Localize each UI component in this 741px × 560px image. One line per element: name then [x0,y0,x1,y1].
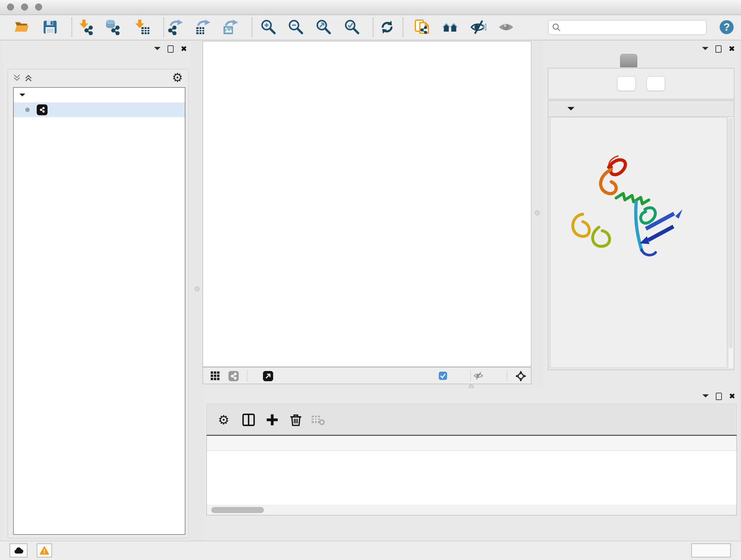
import-network-database-button[interactable] [105,19,122,36]
external-arrow-icon [263,371,273,381]
network-share-badge [37,105,48,115]
table-horizontal-scrollbar[interactable] [207,505,737,515]
crosshair-icon [515,370,527,382]
share-icon [38,106,46,114]
gene-section-header[interactable] [548,101,734,117]
string-tab-label[interactable] [620,54,637,67]
copy-documents-icon [414,19,430,35]
status-bar [0,541,741,560]
search-input[interactable] [561,21,706,34]
show-columns-button[interactable] [241,412,257,428]
collapse-all-icon[interactable] [12,73,21,82]
panel-menu-icon[interactable] [702,394,709,401]
network-collection-row[interactable] [14,88,185,103]
export-table-button[interactable] [195,19,212,36]
zoom-selected-button[interactable] [343,19,360,36]
results-actions [548,68,734,99]
table-toolbar: ⚙ [206,404,737,435]
import-network-icon [78,19,94,35]
cloud-button[interactable] [10,543,27,557]
export-network-icon [168,19,184,35]
clone-network-button[interactable] [414,19,430,36]
collapse-all-button[interactable] [647,76,665,91]
warning-button[interactable] [37,543,52,557]
table-panel-header: ✖ [204,388,739,402]
delete-column-button[interactable] [288,412,304,428]
panel-float-icon[interactable] [716,393,722,400]
add-column-button[interactable] [264,412,280,428]
scrollbar-thumb[interactable] [211,507,264,513]
panel-close-icon[interactable]: ✖ [729,45,735,52]
network-row[interactable] [14,103,185,117]
save-floppy-icon [42,19,58,35]
network-list [13,87,185,535]
import-network-file-button[interactable] [78,19,95,36]
selected-checkbox[interactable] [439,372,447,381]
panel-close-icon[interactable]: ✖ [729,393,735,400]
network-badge-button[interactable] [228,371,239,382]
toolbar-separator [373,17,374,37]
panel-float-icon[interactable] [716,45,722,53]
save-session-button[interactable] [42,19,58,36]
network-canvas[interactable] [203,41,531,367]
expand-all-button[interactable] [617,76,636,91]
eye-slash-icon [470,19,486,35]
control-panel-header: ✖ [3,41,191,55]
zoom-fit-content-button[interactable] [315,19,332,36]
window-minimize-button[interactable] [21,3,28,10]
tab-string[interactable] [620,54,638,67]
zoom-selected-icon [344,19,360,35]
gene-section [548,100,734,370]
export-network-button[interactable] [167,19,184,36]
panel-menu-icon[interactable] [702,47,709,53]
hide-graphics-details-button[interactable] [470,19,487,36]
gear-icon[interactable]: ⚙ [172,71,183,84]
right-splitter-handle[interactable] [535,210,540,215]
zoom-in-button[interactable] [260,19,276,36]
window-zoom-button[interactable] [35,3,42,10]
table-settings-button[interactable]: ⚙ [216,412,232,428]
toolbar-separator [163,17,164,37]
import-table-button[interactable] [134,19,151,36]
export-image-button[interactable] [223,19,239,36]
toolbar-separator [252,17,253,37]
houses-icon [442,19,458,35]
cytoscape-window: { "window": { "title": "Session: New Ses… [0,0,741,560]
open-session-button[interactable] [13,19,30,36]
search-field[interactable] [548,20,706,35]
fit-selected-button[interactable] [515,370,527,383]
toolbar-separator [71,17,72,37]
left-splitter-handle[interactable] [195,287,199,291]
network-manager-header: ⚙ [8,69,189,86]
refresh-icon [379,19,395,35]
grid-view-button[interactable] [210,371,220,382]
results-scrollbar[interactable] [728,117,733,368]
import-database-icon [105,19,121,35]
memory-button[interactable] [691,543,731,557]
gear-icon: ⚙ [218,413,229,427]
show-graphics-details-button[interactable] [498,19,515,36]
chevron-down-icon[interactable] [19,94,25,99]
expand-all-icon[interactable] [24,73,33,82]
show-all-panels-button[interactable] [442,19,459,36]
titlebar [0,0,741,15]
chevron-down-icon[interactable] [567,107,575,114]
cloud-icon [13,546,24,555]
zoom-out-button[interactable] [287,19,304,36]
search-icon [552,23,561,32]
apply-layout-button[interactable] [379,19,395,36]
birds-eye-view-button[interactable] [263,371,273,382]
window-close-button[interactable] [7,3,14,10]
panel-menu-icon[interactable] [154,47,160,53]
help-button[interactable]: ? [718,19,735,36]
warning-icon [40,546,49,555]
hidden-toggle[interactable] [474,371,483,382]
zoom-in-icon [260,19,276,35]
protein-structure-image [559,149,687,261]
table-delete-icon [311,413,325,427]
table-header-row [207,436,737,451]
panel-float-icon[interactable] [167,45,174,53]
function-builder-disabled [334,412,350,428]
table-row[interactable] [207,451,737,465]
panel-close-icon[interactable]: ✖ [181,45,187,52]
